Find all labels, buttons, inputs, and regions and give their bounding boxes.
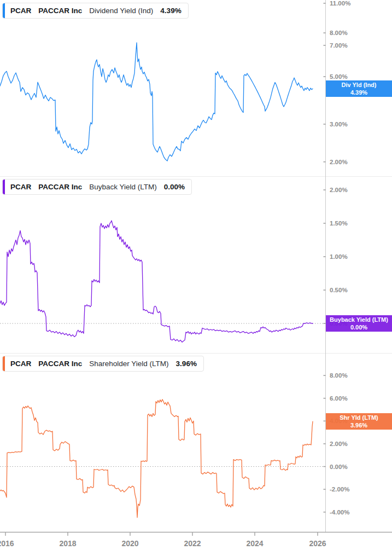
y-axis-tick-label: -4.00% bbox=[330, 509, 349, 516]
legend-ticker: PCAR bbox=[10, 7, 31, 15]
y-axis-tick-label: 8.00% bbox=[330, 372, 348, 379]
x-axis-tick-label: 2016 bbox=[0, 539, 14, 548]
legend-chip-shareholder-yield[interactable]: PCAR PACCAR Inc Shareholder Yield (LTM) … bbox=[2, 356, 204, 372]
y-axis-tick-label: 0.00% bbox=[330, 464, 348, 470]
y-axis-tick-label: 1.50% bbox=[330, 220, 348, 227]
legend-company-name: PACCAR Inc bbox=[38, 7, 82, 15]
legend-chip-buyback-yield[interactable]: PCAR PACCAR Inc Buyback Yield (LTM) 0.00… bbox=[2, 179, 192, 195]
y-axis-tick-label: -2.00% bbox=[330, 486, 349, 493]
last-value-badge-buyback-yield[interactable]: Buyback Yield (LTM) 0.00% bbox=[326, 315, 392, 332]
legend-current-value: 3.96% bbox=[176, 360, 197, 368]
legend-metric-label: Buyback Yield (LTM) bbox=[89, 183, 157, 191]
y-axis-tick-label: 2.00% bbox=[330, 441, 348, 447]
x-axis-tick-label: 2024 bbox=[246, 539, 263, 548]
legend-metric-label: Shareholder Yield (LTM) bbox=[89, 360, 168, 368]
legend-ticker: PCAR bbox=[10, 183, 31, 191]
legend-current-value: 0.00% bbox=[164, 183, 185, 191]
badge-metric-label: Buyback Yield (LTM) bbox=[330, 316, 388, 323]
legend-metric-label: Dividend Yield (Ind) bbox=[89, 7, 153, 15]
series-line-shareholder-yield bbox=[0, 400, 313, 518]
badge-value: 0.00% bbox=[350, 323, 367, 331]
y-axis-tick-label: 2.00% bbox=[330, 159, 348, 165]
x-axis-tick-label: 2018 bbox=[59, 539, 76, 548]
y-axis-tick-label: 5.00% bbox=[330, 73, 348, 80]
y-axis-tick-label: 0.50% bbox=[330, 287, 348, 293]
badge-metric-label: Shr Yld (LTM) bbox=[340, 414, 378, 421]
x-axis-tick-label: 2022 bbox=[184, 539, 201, 548]
x-axis-tick-label: 2020 bbox=[121, 539, 138, 548]
series-line-dividend-yield bbox=[0, 43, 313, 161]
y-axis-tick-label: 2.00% bbox=[330, 187, 348, 193]
legend-current-value: 4.39% bbox=[160, 7, 181, 15]
legend-chip-dividend-yield[interactable]: PCAR PACCAR Inc Dividend Yield (Ind) 4.3… bbox=[2, 3, 189, 19]
y-axis-tick-label: 1.00% bbox=[330, 253, 348, 260]
y-axis-tick-label: 3.00% bbox=[330, 121, 348, 128]
badge-metric-label: Div Yld (Ind) bbox=[342, 81, 377, 89]
y-axis-tick-label: 6.00% bbox=[330, 395, 348, 402]
badge-value: 4.39% bbox=[350, 89, 367, 96]
legend-company-name: PACCAR Inc bbox=[38, 360, 82, 368]
y-axis-tick-label: 8.00% bbox=[330, 30, 348, 36]
last-value-badge-shareholder-yield[interactable]: Shr Yld (LTM) 3.96% bbox=[326, 413, 392, 430]
y-axis-tick-label: 7.00% bbox=[330, 42, 348, 49]
series-line-buyback-yield bbox=[0, 221, 313, 342]
badge-value: 3.96% bbox=[350, 421, 367, 429]
y-axis-tick-label: 11.00% bbox=[330, 0, 350, 7]
legend-company-name: PACCAR Inc bbox=[38, 183, 82, 191]
chart-workspace: 20162018202020222024202611.00%8.00%7.00%… bbox=[0, 0, 392, 550]
last-value-badge-dividend-yield[interactable]: Div Yld (Ind) 4.39% bbox=[326, 80, 392, 97]
x-axis-tick-label: 2026 bbox=[309, 539, 326, 548]
legend-ticker: PCAR bbox=[10, 360, 31, 368]
